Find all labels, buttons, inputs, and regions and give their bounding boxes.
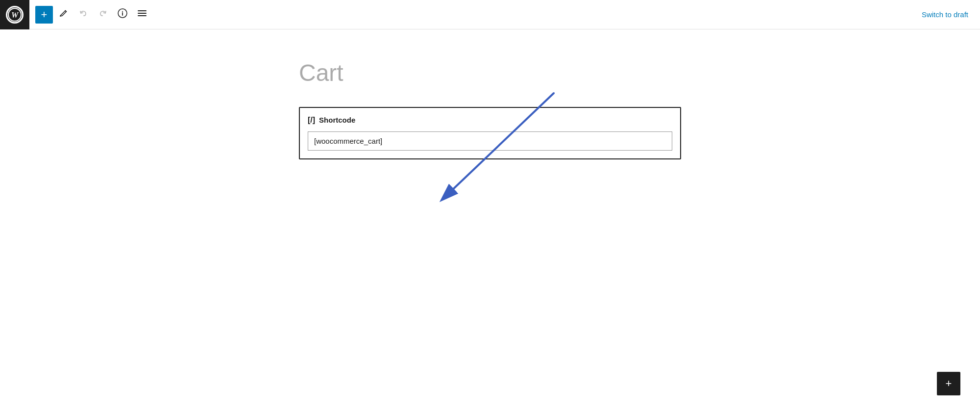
pencil-icon [59,9,68,20]
wordpress-logo[interactable]: W [0,0,29,29]
shortcode-label: Shortcode [319,116,355,124]
toolbar: W + [0,0,980,29]
toolbar-right-section: Switch to draft [910,10,980,19]
wp-logo-icon: W [6,6,24,24]
editor-area: Cart [/] Shortcode [289,29,691,415]
svg-point-4 [122,11,123,12]
edit-button[interactable] [55,6,73,24]
shortcode-input[interactable] [308,131,672,151]
shortcode-block-header: [/] Shortcode [308,116,672,125]
plus-icon: + [41,9,48,20]
undo-icon [79,9,88,20]
bottom-add-block-button[interactable]: + [937,372,960,395]
bottom-plus-icon: + [946,377,952,390]
switch-to-draft-button[interactable]: Switch to draft [922,10,968,19]
toolbar-left-section: + [29,6,910,24]
add-block-button[interactable]: + [35,6,53,24]
page-title: Cart [299,59,681,87]
redo-button[interactable] [94,6,112,24]
shortcode-icon: [/] [308,116,315,125]
redo-icon [98,9,107,20]
svg-text:W: W [11,11,19,19]
menu-button[interactable] [133,6,151,24]
hamburger-icon [137,9,147,20]
info-icon [118,8,127,21]
info-button[interactable] [114,6,131,24]
undo-button[interactable] [74,6,92,24]
shortcode-block[interactable]: [/] Shortcode [299,107,681,159]
editor-main-content: Cart [/] Shortcode + [0,29,980,415]
